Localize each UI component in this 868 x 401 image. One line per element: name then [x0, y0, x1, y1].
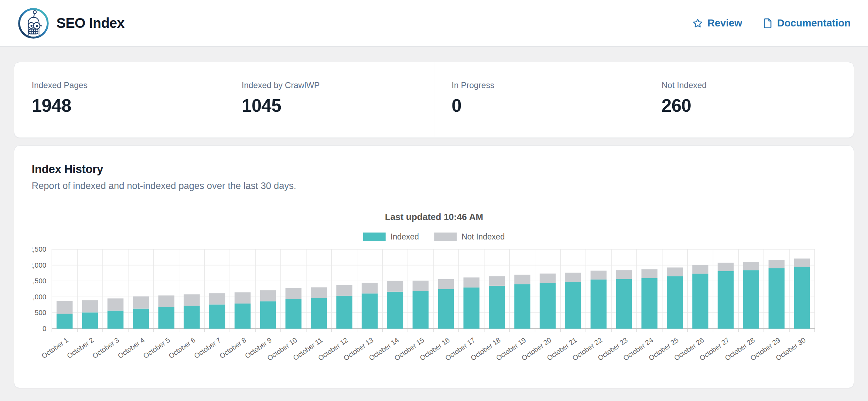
svg-text:1,000: 1,000 — [32, 293, 46, 301]
chart-legend: Indexed Not Indexed — [32, 232, 836, 242]
svg-text:October 1: October 1 — [40, 336, 70, 360]
stat-label: Not Indexed — [661, 80, 836, 90]
index-history-card: Index History Report of indexed and not-… — [14, 146, 854, 388]
bar-chart-canvas[interactable]: 05001,0001,5002,0002,500October 1October… — [32, 244, 837, 363]
review-link-label: Review — [707, 17, 742, 29]
stat-card-indexed-pages: Indexed Pages 1948 — [14, 62, 224, 137]
main-content: Indexed Pages 1948 Indexed by CrawlWP 10… — [0, 47, 868, 388]
header-nav: Review Documentation — [692, 17, 851, 29]
star-icon — [692, 18, 703, 29]
index-history-title: Index History — [32, 163, 836, 176]
stat-card-indexed-by-crawlwp: Indexed by CrawlWP 1045 — [224, 62, 434, 137]
stat-label: In Progress — [452, 80, 627, 90]
app-title: SEO Index — [56, 15, 125, 31]
legend-item-indexed[interactable]: Indexed — [363, 232, 419, 242]
svg-text:0: 0 — [42, 325, 46, 332]
brand: SEO Index — [17, 7, 125, 39]
legend-swatch-indexed — [363, 233, 386, 241]
document-icon — [762, 18, 773, 29]
chart-last-updated: Last updated 10:46 AM — [32, 212, 836, 222]
svg-text:October 4: October 4 — [116, 336, 146, 360]
svg-text:October 2: October 2 — [65, 336, 95, 360]
stat-value: 260 — [661, 95, 836, 116]
svg-text:October 8: October 8 — [218, 336, 248, 360]
svg-text:2,000: 2,000 — [32, 261, 46, 269]
index-history-chart: Last updated 10:46 AM Indexed Not Indexe… — [32, 212, 836, 363]
stat-value: 0 — [452, 95, 627, 116]
legend-swatch-not-indexed — [434, 233, 457, 241]
svg-text:2,500: 2,500 — [32, 245, 46, 253]
legend-label-indexed: Indexed — [390, 232, 419, 242]
stat-card-in-progress: In Progress 0 — [434, 62, 644, 137]
svg-text:October 7: October 7 — [193, 336, 222, 360]
stat-value: 1045 — [242, 95, 417, 116]
crawlwp-logo — [17, 7, 49, 39]
app-header: SEO Index Review Documentation — [0, 0, 868, 47]
review-link[interactable]: Review — [692, 17, 742, 29]
documentation-link[interactable]: Documentation — [762, 17, 851, 29]
legend-label-not-indexed: Not Indexed — [462, 232, 505, 242]
svg-text:October 3: October 3 — [91, 336, 121, 360]
stat-card-not-indexed: Not Indexed 260 — [644, 62, 854, 137]
stat-label: Indexed Pages — [32, 80, 207, 90]
legend-item-not-indexed[interactable]: Not Indexed — [434, 232, 505, 242]
svg-text:1,500: 1,500 — [32, 277, 46, 285]
svg-text:October 5: October 5 — [142, 336, 171, 360]
stat-value: 1948 — [32, 95, 207, 116]
index-history-subtitle: Report of indexed and not-indexed pages … — [32, 181, 836, 191]
stat-label: Indexed by CrawlWP — [242, 80, 417, 90]
svg-text:500: 500 — [35, 309, 46, 316]
svg-text:October 6: October 6 — [167, 336, 197, 360]
documentation-link-label: Documentation — [777, 17, 851, 29]
stats-summary: Indexed Pages 1948 Indexed by CrawlWP 10… — [14, 62, 854, 138]
